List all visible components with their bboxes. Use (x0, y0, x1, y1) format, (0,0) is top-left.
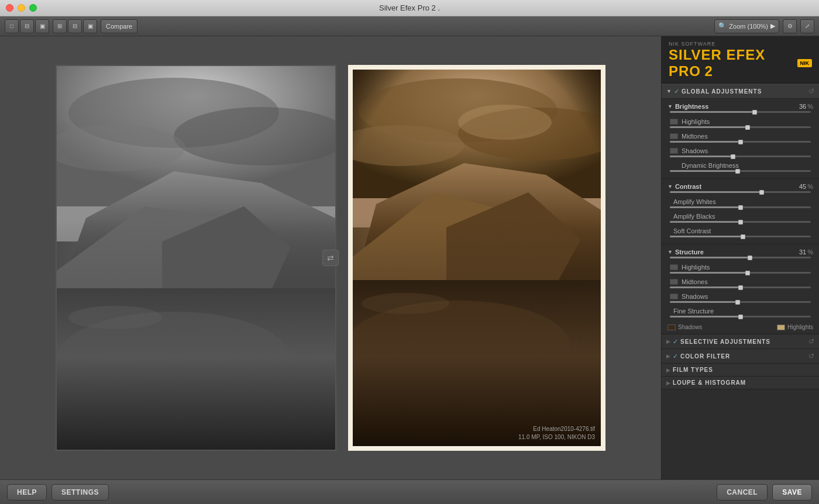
help-button[interactable]: HELP (7, 484, 47, 500)
layout-1-icon: ⊞ (57, 23, 62, 29)
svg-point-24 (353, 301, 569, 388)
svg-marker-7 (162, 206, 291, 317)
view-split-v-button[interactable]: ▣ (35, 19, 49, 33)
structure-shadows-label: Shadows (682, 293, 811, 300)
soft-contrast-slider[interactable] (670, 236, 811, 237)
svg-point-26 (362, 293, 449, 314)
structure-shadows-slider[interactable] (670, 301, 811, 303)
settings-button[interactable]: SETTINGS (51, 484, 109, 500)
shadows-slider[interactable] (670, 156, 811, 157)
panel-header: Nik Software SILVER EFEX PRO 2 NIK (662, 36, 819, 84)
structure-shadows-icon (670, 294, 678, 299)
save-button[interactable]: SAVE (772, 484, 812, 500)
fine-structure-slider[interactable] (670, 316, 811, 317)
nik-brand: Nik Software (669, 41, 812, 47)
soft-contrast-label: Soft Contrast (670, 227, 811, 234)
color-filter-reset-icon[interactable]: ↺ (808, 352, 814, 360)
bw-photo-svg (57, 66, 335, 450)
svg-point-12 (68, 306, 162, 329)
amplify-whites-slider[interactable] (670, 206, 811, 208)
shadows-slider-row: Shadows (662, 147, 819, 161)
maximize-button[interactable] (29, 4, 37, 12)
before-image (56, 65, 336, 451)
color-filter-check-icon: ✓ (673, 353, 678, 360)
layout-3-button[interactable]: ▣ (83, 19, 97, 33)
structure-midtones-row: Midtones (662, 278, 819, 292)
amplify-blacks-slider[interactable] (670, 221, 811, 223)
adjustments-scroll[interactable]: ▼ ✓ GLOBAL ADJUSTMENTS ↺ ▼ Brightness 36… (662, 84, 819, 479)
toning-highlights-label: Highlights (787, 324, 813, 330)
structure-highlights-row: Highlights (662, 263, 819, 278)
amplify-blacks-label: Amplify Blacks (670, 213, 811, 220)
layout-group: ⊞ ⊟ ▣ (53, 19, 97, 33)
fullscreen-button[interactable]: ⤢ (800, 19, 814, 33)
structure-label: Structure (675, 248, 793, 256)
global-adjustments-header[interactable]: ▼ ✓ GLOBAL ADJUSTMENTS ↺ (662, 84, 819, 99)
highlights-swatch[interactable] (777, 325, 785, 330)
bw-photo (57, 66, 335, 450)
brightness-pct: % (807, 103, 813, 110)
brightness-chevron-icon: ▼ (667, 103, 673, 109)
after-image: Ed Heaton2010-4276.tif 11.0 MP, ISO 100,… (348, 65, 605, 451)
svg-rect-8 (57, 288, 335, 450)
image-meta: 11.0 MP, ISO 100, NIKON D3 (518, 433, 595, 441)
shadows-label: Shadows (682, 147, 811, 154)
toning-shadows-item: Shadows (667, 324, 702, 330)
film-types-header[interactable]: ▶ FILM TYPES (662, 364, 819, 377)
amplify-whites-label: Amplify Whites (670, 198, 811, 205)
global-check-icon: ✓ (674, 88, 679, 95)
app-title-text: SILVER EFEX PRO (669, 47, 765, 79)
after-panel: Ed Heaton2010-4276.tif 11.0 MP, ISO 100,… (348, 65, 605, 451)
sepia-photo-svg (353, 70, 601, 446)
structure-highlights-slider[interactable] (670, 272, 811, 274)
view-split-h-icon: ⊟ (25, 23, 29, 29)
settings-icon-btn[interactable]: ⚙ (783, 19, 797, 33)
selective-adjustments-header[interactable]: ▶ ✓ SELECTIVE ADJUSTMENTS ↺ (662, 334, 819, 349)
global-reset-icon[interactable]: ↺ (808, 87, 814, 95)
view-single-icon: □ (10, 23, 13, 29)
shadows-swatch[interactable] (667, 325, 676, 330)
cancel-button[interactable]: CANCEL (717, 484, 768, 500)
midtones-slider[interactable] (670, 141, 811, 143)
contrast-row: ▼ Contrast 45 % (662, 181, 819, 191)
fullscreen-icon: ⤢ (805, 23, 810, 29)
structure-midtones-slider[interactable] (670, 286, 811, 288)
highlights-slider[interactable] (670, 126, 811, 128)
amplify-whites-row: Amplify Whites (662, 198, 819, 212)
close-button[interactable] (6, 4, 13, 12)
layout-2-icon: ⊟ (73, 23, 77, 29)
dynamic-brightness-row: Dynamic Brightness (662, 161, 819, 176)
app-title: SILVER EFEX PRO 2 (669, 47, 797, 80)
structure-shadows-row: Shadows (662, 292, 819, 307)
structure-slider[interactable] (670, 257, 811, 258)
main-area: ⇄ (0, 36, 819, 479)
loupe-label: LOUPE & HISTOGRAM (673, 379, 814, 386)
compare-button[interactable]: Compare (101, 19, 137, 33)
brightness-slider[interactable] (670, 111, 811, 113)
color-filter-header[interactable]: ▶ ✓ COLOR FILTER ↺ (662, 349, 819, 364)
dynamic-brightness-slider[interactable] (670, 170, 811, 172)
contrast-slider[interactable] (670, 191, 811, 193)
swap-icon[interactable]: ⇄ (322, 250, 339, 266)
view-split-h-button[interactable]: ⊟ (20, 19, 34, 33)
before-panel (56, 65, 336, 451)
svg-point-11 (156, 370, 335, 440)
minimize-button[interactable] (18, 4, 25, 12)
dynamic-brightness-label: Dynamic Brightness (670, 162, 811, 169)
midtones-label: Midtones (682, 133, 811, 140)
layout-2-button[interactable]: ⊟ (68, 19, 82, 33)
view-single-button[interactable]: □ (5, 19, 19, 33)
structure-midtones-icon (670, 279, 678, 285)
toning-shadows-label: Shadows (678, 324, 702, 330)
brightness-label: Brightness (675, 103, 793, 110)
zoom-control[interactable]: 🔍 Zoom (100%) ▶ (714, 19, 779, 33)
toolbar: □ ⊟ ▣ ⊞ ⊟ ▣ Compare 🔍 Zoom (100%) ▶ ⚙ ⤢ (0, 16, 819, 36)
contrast-value: 45 (793, 183, 806, 190)
loupe-histogram-header[interactable]: ▶ LOUPE & HISTOGRAM (662, 377, 819, 389)
structure-highlights-label: Highlights (682, 264, 811, 271)
layout-1-button[interactable]: ⊞ (53, 19, 67, 33)
bottom-left: HELP SETTINGS (7, 484, 109, 500)
zoom-label: Zoom (100%) (729, 23, 768, 30)
selective-reset-icon[interactable]: ↺ (808, 337, 814, 346)
structure-highlights-icon (670, 264, 678, 270)
